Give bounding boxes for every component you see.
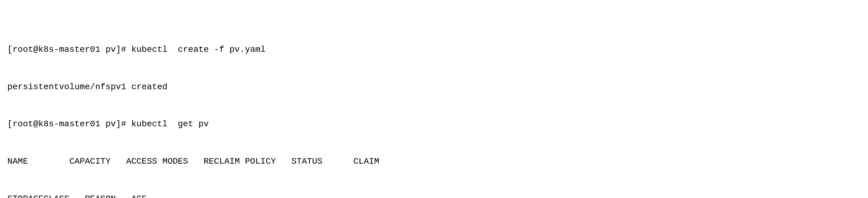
header-row-2: STORAGECLASS REASON AGE <box>7 194 147 198</box>
line-1: [root@k8s-master01 pv]# kubectl create -… <box>7 43 861 56</box>
prompt-3: [root@k8s-master01 pv]# <box>7 119 131 129</box>
line-4: NAME CAPACITY ACCESS MODES RECLAIM POLIC… <box>7 155 861 168</box>
line-2: persistentvolume/nfspv1 created <box>7 81 861 93</box>
line-5: STORAGECLASS REASON AGE <box>7 193 861 198</box>
line-3: [root@k8s-master01 pv]# kubectl get pv <box>7 118 861 130</box>
command-3: kubectl get pv <box>131 119 209 129</box>
output-2: persistentvolume/nfspv1 created <box>7 82 167 92</box>
header-row-1: NAME CAPACITY ACCESS MODES RECLAIM POLIC… <box>7 157 395 166</box>
terminal: [root@k8s-master01 pv]# kubectl create -… <box>7 6 861 198</box>
prompt-1: [root@k8s-master01 pv]# <box>7 45 131 54</box>
command-1: kubectl create -f pv.yaml <box>131 45 266 54</box>
